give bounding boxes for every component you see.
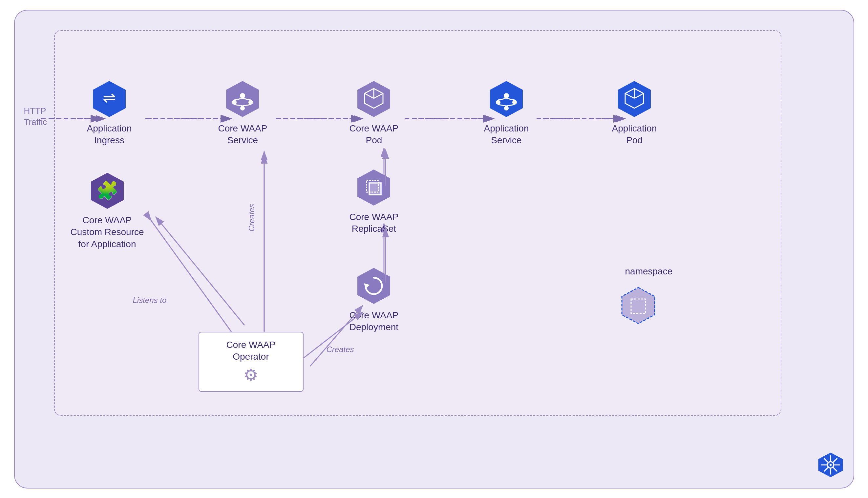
core-waap-replicaset-label: Core WAAPReplicaSet xyxy=(349,211,399,235)
app-pod-icon xyxy=(615,79,654,119)
core-waap-deployment-label: Core WAAPDeployment xyxy=(349,310,399,333)
inner-namespace-box xyxy=(54,30,781,416)
svg-point-31 xyxy=(496,100,500,105)
svg-point-19 xyxy=(240,106,245,110)
svg-point-17 xyxy=(232,100,237,105)
core-waap-replicaset-icon xyxy=(354,168,394,207)
namespace-node xyxy=(618,286,658,325)
app-ingress-node: ⇌ Application Ingress xyxy=(87,79,132,146)
app-service-icon xyxy=(487,79,526,119)
svg-text:⇌: ⇌ xyxy=(103,89,116,106)
svg-marker-24 xyxy=(357,81,390,117)
namespace-icon xyxy=(618,286,658,325)
svg-point-30 xyxy=(504,93,509,99)
app-ingress-label: Application Ingress xyxy=(87,122,132,146)
http-traffic-label: HTTPTraffic xyxy=(24,106,47,128)
svg-marker-47 xyxy=(357,268,390,304)
core-waap-service-label: Core WAAPService xyxy=(218,122,267,146)
core-waap-custom-resource-node: 🧩 Core WAAPCustom Resourcefor Applicatio… xyxy=(71,171,144,250)
svg-point-32 xyxy=(512,100,517,105)
app-pod-label: ApplicationPod xyxy=(612,122,657,146)
core-waap-operator-label: Core WAAPOperator xyxy=(227,339,276,363)
core-waap-pod-icon xyxy=(354,79,394,119)
core-waap-operator-box: Core WAAPOperator ⚙ xyxy=(199,332,304,392)
kubernetes-logo xyxy=(817,452,844,478)
app-ingress-icon: ⇌ xyxy=(90,79,129,119)
creates-vertical-label: Creates xyxy=(247,204,256,232)
core-waap-service-icon xyxy=(223,79,262,119)
svg-point-16 xyxy=(240,93,245,99)
core-waap-pod-label: Core WAAPPod xyxy=(349,122,399,146)
core-waap-replicaset-node: Core WAAPReplicaSet xyxy=(349,168,399,235)
app-service-label: ApplicationService xyxy=(484,122,529,146)
core-waap-deployment-node: Core WAAPDeployment xyxy=(349,266,399,333)
svg-point-18 xyxy=(248,100,253,105)
svg-point-55 xyxy=(829,464,831,466)
diagram-container: HTTPTraffic xyxy=(14,10,854,488)
svg-marker-38 xyxy=(618,81,651,117)
core-waap-deployment-icon xyxy=(354,266,394,305)
svg-text:🧩: 🧩 xyxy=(96,180,118,201)
core-waap-custom-resource-icon: 🧩 xyxy=(88,171,127,210)
core-waap-custom-resource-label: Core WAAPCustom Resourcefor Application xyxy=(71,214,144,250)
core-waap-pod-node: Core WAAPPod xyxy=(349,79,399,146)
svg-marker-15 xyxy=(226,81,259,117)
app-service-node: ApplicationService xyxy=(484,79,529,146)
listens-to-label: Listens to xyxy=(133,296,167,305)
svg-point-33 xyxy=(504,106,509,110)
svg-marker-29 xyxy=(490,81,523,117)
svg-marker-51 xyxy=(622,288,655,324)
core-waap-service-node: Core WAAPService xyxy=(218,79,267,146)
app-pod-node: ApplicationPod xyxy=(612,79,657,146)
namespace-label: namespace xyxy=(625,266,673,277)
creates-horizontal-label: Creates xyxy=(327,345,354,354)
gear-icon: ⚙ xyxy=(243,366,258,384)
svg-rect-45 xyxy=(369,183,381,195)
